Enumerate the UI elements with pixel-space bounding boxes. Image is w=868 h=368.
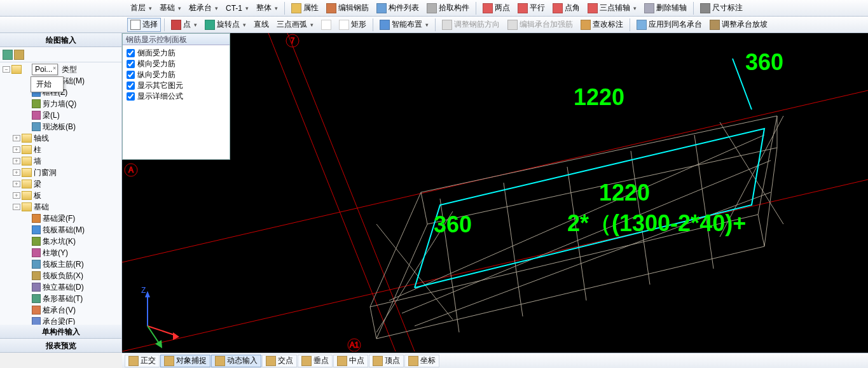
ctrl-option[interactable]: 显示其它图元 [127,80,226,91]
tree-item[interactable]: 柱墩(Y) [0,247,121,258]
tree-item[interactable]: 独立基础(D) [0,281,121,293]
panel-header-draw: 绘图输入 [0,33,121,47]
btn-del-aux[interactable]: 删除辅轴 [641,1,690,15]
tree-item[interactable]: 集水坑(K) [0,236,121,247]
tree-folder[interactable]: +板 [0,190,121,201]
tree-folder[interactable]: +柱 [0,144,121,155]
btn-2pt[interactable]: 两点 [479,1,513,15]
tree-folder[interactable]: +门窗洞 [0,167,121,178]
combo-all[interactable]: 整体 [253,1,281,15]
checkbox[interactable] [127,60,135,68]
checkbox[interactable] [127,81,135,90]
status-顶点[interactable]: 顶点 [369,355,404,367]
nav-icon-1[interactable] [3,50,13,60]
btn-list[interactable]: 构件列表 [373,1,422,15]
btn-empty1[interactable] [318,18,334,32]
tree-folder[interactable]: +梁 [0,178,121,190]
poi-tooltip: Poi...× [32,64,58,75]
panel-footer-report[interactable]: 报表预览 [0,339,121,353]
btn-adjust-dir[interactable]: 调整钢筋方向 [439,18,503,32]
svg-line-13 [758,215,764,246]
tree-item[interactable]: 筏板负筋(X) [0,270,121,281]
tree-folder[interactable]: +墙 [0,155,121,167]
checkbox[interactable] [127,49,135,57]
status-交点[interactable]: 交点 [262,355,297,367]
btn-rotate-pt[interactable]: 旋转点 [202,18,249,32]
tree-item[interactable]: 筏板基础(M) [0,224,121,236]
tree-item[interactable]: 梁(L) [0,110,121,121]
combo-layer[interactable]: 首层 [127,1,155,15]
tree-item[interactable]: 剪力墙(Q) [0,98,121,110]
tree-folder[interactable]: +轴线 [0,132,121,144]
status-垂点[interactable]: 垂点 [298,355,333,367]
ctrl-option[interactable]: 横向受力筋 [127,59,226,69]
btn-check-anno[interactable]: 查改标注 [577,18,626,32]
scene-svg: 7 A A1 [122,33,868,351]
svg-line-23 [694,135,713,269]
svg-line-3 [287,33,415,351]
viewport[interactable]: 钢筋显示控制面板 侧面受力筋横向受力筋纵向受力筋显示其它图元显示详细公式 7 A… [122,33,868,353]
btn-parallel[interactable]: 平行 [514,1,548,15]
icon-strip [0,47,121,62]
tree-item[interactable]: 筏板主筋(R) [0,258,121,270]
ctrl-option[interactable]: 侧面受力筋 [127,48,226,59]
btn-edit-rebar[interactable]: 编辑钢筋 [323,1,372,15]
tree-root[interactable]: −类型 [0,64,121,75]
checkbox[interactable] [127,92,135,101]
btn-point[interactable]: 点 [168,18,200,32]
status-对象捕捉[interactable]: 对象捕捉 [160,355,210,367]
status-bar: 正交对象捕捉动态输入交点垂点中点顶点坐标 [122,353,868,368]
status-正交[interactable]: 正交 [125,355,160,367]
svg-marker-11 [376,148,777,339]
anno-1220-bot: 1220 [599,180,650,206]
toolbar-row-1: 首层 基础 桩承台 CT-1 整体 属性 编辑钢筋 构件列表 拾取构件 两点 平… [0,0,868,17]
anno-formula: 2*（(1300-2*40)+ [567,208,746,239]
tree-item[interactable]: 条形基础(T) [0,293,121,304]
svg-marker-35 [155,340,162,348]
svg-text:A: A [128,166,134,174]
start-menu[interactable]: 开始 [31,76,64,92]
svg-text:Z: Z [141,286,146,295]
combo-base[interactable]: 基础 [156,1,184,15]
tree-item[interactable]: 承台梁(F) [0,316,121,325]
svg-line-12 [370,307,376,339]
btn-ptang[interactable]: 点角 [549,1,583,15]
ctrl-option[interactable]: 纵向受力筋 [127,69,226,80]
svg-line-2 [268,33,396,351]
tree-item[interactable]: 基础梁(F) [0,213,121,224]
btn-3pt-aux[interactable]: 三点辅轴 [584,1,640,15]
rebar-panel-title: 钢筋显示控制面板 [123,34,230,45]
status-中点[interactable]: 中点 [333,355,368,367]
folder-jichu[interactable]: −基础 [0,201,121,213]
status-坐标[interactable]: 坐标 [404,355,439,367]
svg-text:7: 7 [291,36,295,45]
checkbox[interactable] [127,71,135,79]
btn-rect[interactable]: 矩形 [336,18,369,32]
combo-ct[interactable]: CT-1 [223,1,252,15]
btn-edit-reinf[interactable]: 编辑承台加强筋 [504,18,576,32]
btn-apply-same[interactable]: 应用到同名承台 [633,18,705,32]
toolbar-row-2: 选择 点 旋转点 直线 三点画弧 矩形 智能布置 调整钢筋方向 编辑承台加强筋 … [0,17,868,33]
btn-line[interactable]: 直线 [251,18,272,32]
btn-adjust-slope[interactable]: 调整承台放坡 [706,18,771,32]
tree: Poi...× 开始 −类型 筏板基础(M)框柱(Z)剪力墙(Q)梁(L)现浇板… [0,62,121,325]
btn-arc3[interactable]: 三点画弧 [273,18,317,32]
tree-item[interactable]: 桩承台(V) [0,304,121,316]
ctrl-option[interactable]: 显示详细公式 [127,91,226,102]
status-动态输入[interactable]: 动态输入 [211,355,261,367]
panel-footer-single[interactable]: 单构件输入 [0,325,121,339]
svg-line-20 [504,183,523,316]
btn-pick[interactable]: 拾取构件 [424,1,472,15]
btn-dim[interactable]: 尺寸标注 [697,1,746,15]
combo-pile[interactable]: 桩承台 [186,1,221,15]
rebar-control-panel[interactable]: 钢筋显示控制面板 侧面受力筋横向受力筋纵向受力筋显示其它图元显示详细公式 [122,33,230,160]
close-icon[interactable]: × [53,65,56,71]
btn-select[interactable]: 选择 [127,18,161,32]
btn-smart[interactable]: 智能布置 [376,18,432,32]
svg-line-32 [148,326,176,336]
anno-360-top: 360 [745,49,783,76]
btn-props[interactable]: 属性 [288,1,322,15]
nav-icon-2[interactable] [14,50,24,60]
tree-item[interactable]: 现浇板(B) [0,121,121,132]
svg-text:A1: A1 [350,341,359,350]
